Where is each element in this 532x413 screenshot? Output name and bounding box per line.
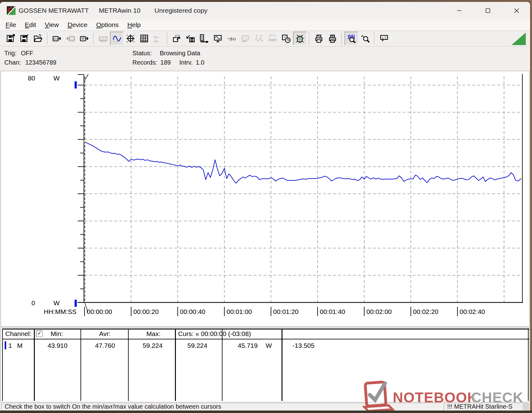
document-title: METRAwin 10 xyxy=(99,7,140,14)
zoom-lens-icon xyxy=(361,34,369,43)
channel-number[interactable]: 1 xyxy=(8,342,12,349)
open-button[interactable] xyxy=(31,32,45,45)
col-header-min: Min: xyxy=(51,330,63,338)
menu-item-help[interactable]: Help xyxy=(123,21,145,29)
x-tick-label: 00:01:00 xyxy=(227,308,252,315)
channel-mode: M xyxy=(17,342,23,349)
export-screen-icon xyxy=(172,34,181,43)
monitor-button[interactable] xyxy=(211,32,225,45)
app-window: GOSSEN METRAWATT METRAwin 10 Unregistere… xyxy=(0,2,530,411)
trace-start-marker xyxy=(84,141,85,142)
save-icon xyxy=(6,34,15,43)
formula-button[interactable]: =f(x) xyxy=(225,32,238,45)
table-view-icon xyxy=(140,34,149,43)
cursor1-value: 59.224 xyxy=(187,342,207,349)
x-tick-label: 00:01:20 xyxy=(273,308,299,315)
col-header-max: Max: xyxy=(146,330,161,338)
max-value: 59.224 xyxy=(143,342,163,349)
note-button[interactable]: 1/2 xyxy=(377,32,391,45)
toolbar-separator xyxy=(342,32,342,45)
toolbar-separator xyxy=(167,32,168,45)
x-tick-label: 00:00:40 xyxy=(180,308,205,315)
avr-value: 47.760 xyxy=(95,342,115,349)
svg-text:M: M xyxy=(82,37,85,40)
minimize-icon xyxy=(457,8,462,13)
close-button[interactable] xyxy=(507,2,526,19)
maximize-button[interactable] xyxy=(478,2,498,19)
chan-value: 123456789 xyxy=(25,59,56,66)
trend-curve-button[interactable] xyxy=(110,32,124,45)
menu-item-view[interactable]: View xyxy=(40,21,63,29)
save-as-icon xyxy=(20,34,29,43)
trig-value: OFF xyxy=(21,50,33,57)
menu-item-file[interactable]: File xyxy=(1,21,21,29)
save-as-button[interactable] xyxy=(17,32,31,45)
channel-range-marker-top[interactable] xyxy=(75,81,77,88)
menu-item-device[interactable]: Device xyxy=(63,21,92,29)
acquisition-info: Trig:OFF Chan:123456789 Status:Browsing … xyxy=(0,47,530,70)
timer-button[interactable]: 12 xyxy=(279,32,293,45)
svg-text:1257: 1257 xyxy=(100,38,106,40)
toolbar-separator xyxy=(47,32,48,45)
svg-text:321: 321 xyxy=(243,37,248,39)
bug-button[interactable] xyxy=(293,32,307,45)
save-button[interactable] xyxy=(4,32,17,45)
svg-text:=f(x): =f(x) xyxy=(227,37,236,41)
menu-bar: FileEditViewDeviceOptionsHelp xyxy=(0,19,530,30)
histogram-button xyxy=(151,32,165,45)
histogram-icon xyxy=(154,34,162,43)
note-icon: 1/2 xyxy=(380,34,388,43)
trend-chart[interactable]: 00:00:0000:00:2000:00:4000:01:0000:01:20… xyxy=(0,71,530,327)
pulse-wave-icon xyxy=(268,34,277,43)
channel-color-marker xyxy=(5,341,6,349)
sine-wave-icon xyxy=(255,34,263,43)
device-read-button[interactable]: 321 xyxy=(50,32,64,45)
device-write-icon: 321 xyxy=(66,34,75,43)
print-button[interactable] xyxy=(326,32,339,45)
print-icon xyxy=(328,34,337,43)
channel-setup-button[interactable] xyxy=(197,32,211,45)
channel-setup-icon xyxy=(200,34,209,43)
menu-item-options[interactable]: Options xyxy=(92,21,123,29)
minimize-button[interactable] xyxy=(449,2,469,19)
statusbar-empty-segment xyxy=(381,403,442,410)
chan-label: Chan: xyxy=(4,59,21,66)
x-tick-label: 00:02:40 xyxy=(460,308,485,315)
title-bar: GOSSEN METRAWATT METRAwin 10 Unregistere… xyxy=(0,2,530,19)
trend-curve-icon xyxy=(112,34,121,43)
xy-scope-button[interactable] xyxy=(124,32,137,45)
x-tick-label: 00:01:40 xyxy=(320,308,345,315)
trace-end-marker xyxy=(521,178,522,179)
menu-item-edit[interactable]: Edit xyxy=(21,21,40,29)
y-unit-bottom-label: W xyxy=(53,299,60,306)
y-unit-top-label: W xyxy=(53,75,60,82)
statistics-table: Channel: ✓ Min: Avr: Max: Curs: « 00:00:… xyxy=(1,327,530,402)
toolbar: 321321M1257=f(x)321121/2 xyxy=(0,30,530,47)
svg-text:321: 321 xyxy=(53,38,58,40)
toolbar-separator xyxy=(93,32,94,45)
zoom-trend-button[interactable] xyxy=(345,32,358,45)
memory-icon: M xyxy=(80,34,89,43)
app-logo-icon xyxy=(7,6,16,15)
print-preview-icon xyxy=(314,34,323,43)
resize-grip[interactable] xyxy=(523,403,530,410)
svg-text:1/2: 1/2 xyxy=(382,36,387,39)
open-icon xyxy=(34,34,42,43)
device-save-button[interactable] xyxy=(184,32,197,45)
col-header-cursor: Curs: « 00:00:00 (-03:08) xyxy=(178,330,251,338)
toolbar-separator xyxy=(309,32,310,45)
minmax-checkbox[interactable]: ✓ xyxy=(36,330,43,337)
export-screen-button[interactable] xyxy=(170,32,184,45)
numeric-display-icon: 1257 xyxy=(99,34,108,43)
zoom-lens-button[interactable] xyxy=(358,32,372,45)
svg-text:321: 321 xyxy=(70,38,74,40)
numeric-display-button: 1257 xyxy=(96,32,110,45)
x-tick-label: 00:00:00 xyxy=(87,308,112,315)
memory-button[interactable]: M xyxy=(77,32,91,45)
channel-range-marker-bottom[interactable] xyxy=(75,300,77,307)
print-preview-button[interactable] xyxy=(312,32,326,45)
license-note: Unregistered copy xyxy=(154,7,207,14)
trig-label: Trig: xyxy=(4,50,16,57)
formula-icon: =f(x) xyxy=(227,34,236,43)
table-view-button[interactable] xyxy=(137,32,151,45)
